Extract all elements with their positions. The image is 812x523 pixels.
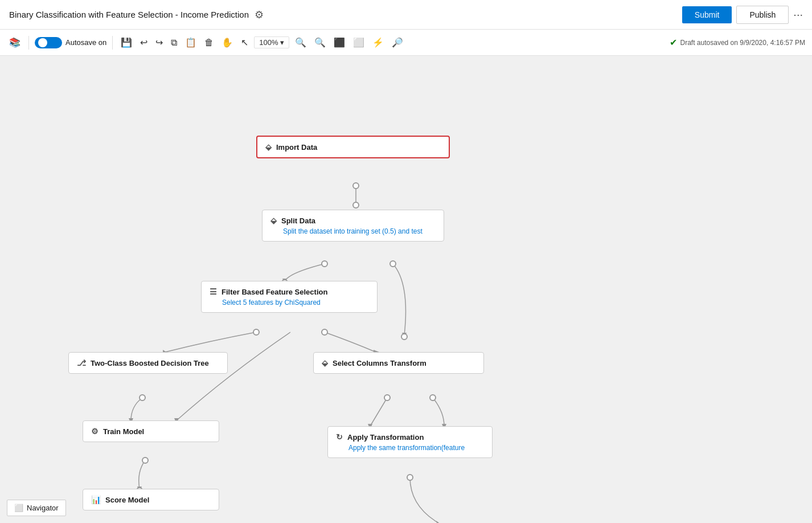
apply-transform-icon: ↻ — [336, 432, 343, 442]
fit-view-icon[interactable]: ⬛ — [331, 35, 347, 50]
zoom-in-icon[interactable]: 🔍 — [293, 35, 309, 50]
status-text: Draft autosaved on 9/9/2020, 4:16:57 PM — [680, 39, 805, 47]
zoom-level: 100% — [259, 38, 278, 47]
apply-transform-title: Apply Transformation — [347, 433, 424, 442]
tree-icon: ⎇ — [77, 358, 86, 367]
header-right: Submit Publish ··· — [682, 6, 803, 24]
paste-icon[interactable]: 📋 — [183, 35, 199, 50]
crop-icon[interactable]: ⬜ — [351, 35, 367, 50]
filter-icon: ☰ — [210, 287, 217, 296]
score-icon: 📊 — [91, 495, 101, 504]
hand-icon[interactable]: ✋ — [219, 35, 235, 50]
import-data-title: Import Data — [276, 143, 317, 152]
svg-marker-7 — [402, 333, 407, 338]
svg-point-9 — [401, 334, 407, 340]
select-col-icon: ⬙ — [322, 358, 328, 367]
cursor-icon[interactable]: ↖ — [239, 35, 251, 50]
train-icon: ⚙ — [91, 427, 99, 436]
svg-point-15 — [140, 395, 145, 401]
node-train-model[interactable]: ⚙ Train Model — [83, 420, 219, 442]
zoom-out-icon[interactable]: 🔍 — [312, 35, 328, 50]
node-score-model[interactable]: 📊 Score Model — [83, 489, 219, 510]
more-options-button[interactable]: ··· — [793, 8, 803, 21]
filter-subtitle: Select 5 features by ChiSquared — [210, 299, 369, 307]
save-icon[interactable]: 💾 — [118, 35, 134, 50]
apply-transform-subtitle: Apply the same transformation(feature — [336, 444, 484, 452]
import-data-icon: ⬙ — [265, 142, 272, 152]
svg-point-26 — [407, 475, 413, 480]
lightning-icon[interactable]: ⚡ — [370, 35, 386, 50]
node-filter-feature-selection[interactable]: ☰ Filter Based Feature Selection Select … — [201, 281, 378, 313]
two-class-title: Two-Class Boosted Decision Tree — [91, 359, 209, 367]
submit-button[interactable]: Submit — [682, 6, 732, 23]
score-title: Score Model — [105, 496, 149, 504]
node-split-data[interactable]: ⬙ Split Data Split the dataset into trai… — [262, 210, 444, 242]
svg-point-18 — [142, 457, 148, 463]
split-data-icon: ⬙ — [270, 216, 277, 225]
header-left: Binary Classification with Feature Selec… — [9, 9, 264, 21]
header: Binary Classification with Feature Selec… — [0, 0, 812, 30]
select-col-transform-title: Select Columns Transform — [333, 359, 426, 367]
svg-point-5 — [322, 261, 327, 267]
settings-icon[interactable]: ⚙ — [255, 9, 264, 21]
search-icon[interactable]: 🔎 — [389, 35, 405, 50]
node-select-columns-transform[interactable]: ⬙ Select Columns Transform — [313, 352, 484, 374]
status-icon: ✔ — [670, 37, 677, 48]
svg-point-8 — [390, 261, 396, 267]
redo-icon[interactable]: ↪ — [153, 35, 165, 50]
node-import-data[interactable]: ⬙ Import Data — [256, 136, 450, 158]
autosave-toggle[interactable] — [35, 37, 62, 48]
chevron-down-icon: ▾ — [280, 38, 284, 47]
toolbar: 📚 Autosave on 💾 ↩ ↪ ⧉ 📋 🗑 ✋ ↖ 100% ▾ 🔍 🔍… — [0, 30, 812, 56]
filter-title: Filter Based Feature Selection — [222, 288, 327, 296]
svg-line-20 — [370, 398, 387, 426]
publish-button[interactable]: Publish — [736, 6, 789, 24]
copy-icon[interactable]: ⧉ — [169, 35, 179, 50]
divider — [28, 36, 29, 50]
library-icon[interactable]: 📚 — [7, 35, 23, 50]
node-two-class-boosted-decision-tree[interactable]: ⎇ Two-Class Boosted Decision Tree — [68, 352, 228, 374]
status-bar: ✔ Draft autosaved on 9/9/2020, 4:16:57 P… — [670, 37, 805, 48]
delete-icon[interactable]: 🗑 — [202, 35, 216, 50]
navigator-label: Navigator — [27, 504, 59, 512]
split-data-subtitle: Split the dataset into training set (0.5… — [270, 227, 436, 235]
train-title: Train Model — [103, 427, 144, 436]
split-data-title: Split Data — [281, 216, 315, 225]
zoom-control[interactable]: 100% ▾ — [254, 36, 289, 48]
svg-point-13 — [322, 329, 327, 335]
divider2 — [112, 36, 113, 50]
toggle-circle — [38, 38, 47, 47]
node-apply-transformation[interactable]: ↻ Apply Transformation Apply the same tr… — [327, 426, 493, 458]
svg-marker-1 — [354, 203, 358, 209]
pipeline-canvas[interactable]: ⬙ Import Data ⬙ Split Data Split the dat… — [0, 56, 812, 523]
undo-icon[interactable]: ↩ — [138, 35, 150, 50]
svg-point-11 — [253, 329, 259, 335]
svg-point-3 — [353, 183, 359, 189]
svg-point-24 — [430, 395, 436, 401]
autosave-label: Autosave on — [65, 38, 106, 47]
navigator-icon: ⬜ — [14, 504, 23, 512]
svg-point-22 — [384, 395, 390, 401]
navigator-button[interactable]: ⬜ Navigator — [7, 500, 66, 516]
svg-point-2 — [353, 202, 359, 208]
page-title: Binary Classification with Feature Selec… — [9, 10, 249, 19]
